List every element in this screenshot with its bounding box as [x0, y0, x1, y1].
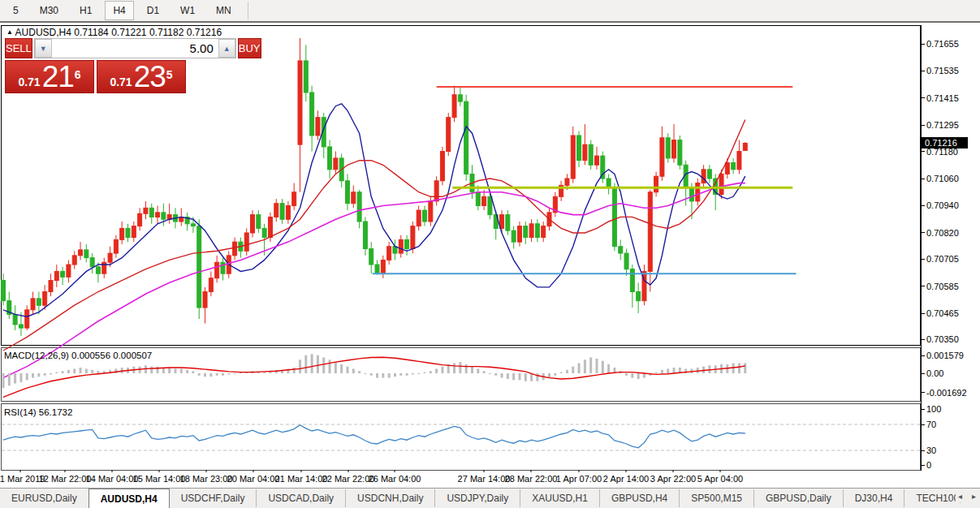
macd-histogram-bar [554, 373, 556, 376]
timeframe-button-MN[interactable]: MN [208, 1, 240, 20]
timeframe-button-D1[interactable]: D1 [139, 1, 167, 20]
chart-tab-dj30-h4[interactable]: DJ30,H4 [843, 489, 904, 507]
candle-body [689, 187, 693, 201]
timeframe-button-M30[interactable]: M30 [32, 1, 67, 20]
candle-body [357, 192, 361, 222]
x-axis-label: 3 Apr 22:00 [650, 474, 696, 484]
chart-tab-gbpusd-daily[interactable]: GBPUSD,Daily [753, 489, 843, 507]
candle-body [262, 228, 266, 237]
candle-body [19, 325, 23, 328]
candle-body [612, 187, 616, 247]
candle-body [310, 93, 314, 136]
x-axis-label: 20 Mar 04:00 [227, 474, 280, 484]
macd-histogram-bar [67, 370, 70, 373]
candle-body [589, 144, 593, 165]
tab-scroll-left-icon[interactable]: ◂ [956, 490, 965, 502]
candle-body [423, 210, 427, 222]
sell-button[interactable]: SELL [5, 38, 32, 58]
candle-body [345, 181, 349, 204]
rsi-label: RSI(14) 56.1732 [4, 407, 72, 417]
volume-decrease-icon[interactable]: ▼ [35, 39, 52, 58]
candle-body [702, 170, 706, 183]
buy-price-button[interactable]: 0.71 23 5 [97, 60, 186, 93]
buy-button[interactable]: BUY [238, 38, 261, 58]
candle-body [209, 278, 213, 292]
timeframe-button-5[interactable]: 5 [5, 1, 27, 20]
candle-body [191, 224, 195, 226]
volume-stepper: ▼ ▲ [34, 38, 236, 58]
candle-body [482, 196, 486, 205]
sell-price-button[interactable]: 0.71 21 6 [5, 60, 94, 93]
macd-label: MACD(12,26,9) 0.000556 0.000507 [4, 351, 152, 360]
macd-histogram-bar [180, 368, 183, 373]
timeframe-button-H4[interactable]: H4 [105, 1, 133, 20]
timeframe-button-W1[interactable]: W1 [172, 1, 203, 20]
volume-increase-icon[interactable]: ▲ [218, 39, 235, 58]
chart-tab-gbpusd-h4[interactable]: GBPUSD,H4 [599, 489, 679, 507]
candle-body [2, 281, 6, 301]
macd-histogram-bar [311, 354, 313, 373]
chart-window[interactable]: ▲ AUDUSD,H4 0.71184 0.71221 0.71182 0.71… [0, 24, 980, 487]
candle-body [583, 144, 587, 161]
macd-histogram-bar [744, 363, 746, 373]
candle-body [375, 265, 379, 273]
price-axis-label: 0.70465 [926, 308, 959, 318]
macd-histogram-bar [209, 373, 212, 377]
chart-tab-bar: EURUSD,DailyAUDUSD,H4USDCHF,DailyUSDCAD,… [0, 488, 980, 508]
candle-body [298, 61, 302, 144]
collapse-panel-icon[interactable]: ▲ [6, 28, 13, 36]
candle-body [630, 269, 634, 292]
candle-body [25, 310, 29, 328]
macd-histogram-bar [625, 373, 628, 376]
tab-nav: ◂ ▸ [956, 490, 978, 502]
tab-scroll-right-icon[interactable]: ▸ [969, 490, 978, 502]
price-axis-label: 0.70940 [926, 200, 959, 210]
macd-histogram-bar [304, 355, 307, 373]
chart-tab-usdcnh-daily[interactable]: USDCNH,Daily [345, 489, 434, 507]
price-axis-label-tick [921, 97, 925, 98]
macd-axis-label-tick [921, 392, 925, 393]
candle-body [328, 147, 332, 170]
macd-histogram-bar [150, 367, 153, 373]
candle-body [257, 215, 261, 229]
candle-body [696, 183, 700, 201]
candle-body [452, 95, 456, 118]
candle-body [292, 192, 296, 206]
chart-symbol-period: AUDUSD,H4 [15, 27, 71, 38]
chart-tab-eurusd-daily[interactable]: EURUSD,Daily [0, 489, 89, 507]
candle-body [707, 170, 711, 179]
chart-tab-xauusd-h1[interactable]: XAUUSD,H1 [520, 489, 599, 507]
macd-histogram-bar [227, 373, 230, 374]
price-axis-label: 0.71415 [926, 93, 959, 103]
chart-tab-usdcad-daily[interactable]: USDCAD,Daily [256, 489, 345, 507]
macd-histogram-bar [62, 371, 64, 373]
candle-body [67, 265, 71, 277]
chart-tab-usdchf-daily[interactable]: USDCHF,Daily [170, 489, 257, 507]
chart-tab-sp500-m15[interactable]: SP500,M15 [679, 489, 753, 507]
candle-body [725, 162, 729, 174]
price-axis-label-tick [921, 125, 925, 126]
macd-histogram-bar [631, 373, 633, 378]
chart-tab-audusd-h4[interactable]: AUDUSD,H4 [89, 489, 170, 508]
macd-histogram-bar [394, 373, 396, 377]
chart-tab-usdjpy-daily[interactable]: USDJPY,Daily [434, 489, 520, 507]
price-axis-label: 0.71060 [926, 174, 959, 183]
macd-histogram-bar [376, 373, 378, 378]
macd-histogram-bar [655, 372, 658, 373]
macd-histogram-bar [329, 359, 331, 373]
macd-histogram-bar [572, 367, 574, 373]
chart-canvas[interactable] [0, 24, 980, 487]
rsi-axis-label: 30 [926, 446, 936, 455]
candle-body [280, 204, 284, 220]
macd-histogram-bar [441, 367, 443, 373]
candle-body [637, 292, 641, 301]
macd-histogram-bar [477, 368, 479, 373]
volume-input[interactable] [52, 39, 218, 58]
rsi-pane-border [2, 404, 921, 471]
candle-body [476, 192, 480, 206]
candle-body [13, 314, 17, 325]
candle-body [334, 158, 338, 170]
timeframe-button-H1[interactable]: H1 [71, 1, 100, 20]
macd-histogram-bar [525, 373, 527, 381]
rsi-line [3, 425, 745, 448]
